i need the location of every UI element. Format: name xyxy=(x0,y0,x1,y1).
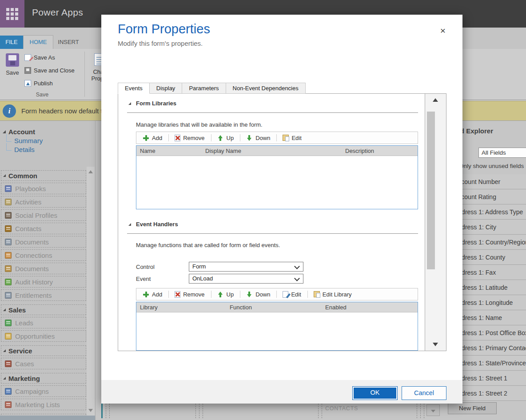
toolbar-button[interactable]: Edit xyxy=(276,132,307,144)
scrollbar-thumb[interactable] xyxy=(427,112,435,269)
save-button-group: Save As Save and Close Publish xyxy=(24,52,82,91)
toolbar-button[interactable]: Add xyxy=(136,288,168,300)
control-select[interactable]: Form xyxy=(189,262,303,272)
toolbar-button-label: Edit xyxy=(291,135,301,141)
waffle-icon[interactable] xyxy=(0,0,24,28)
cancel-button[interactable]: Cancel xyxy=(402,386,446,400)
nav-section-header[interactable]: Common xyxy=(1,170,86,181)
tab-parameters[interactable]: Parameters xyxy=(182,83,226,94)
event-label: Event xyxy=(136,276,151,282)
floppy-disk-icon xyxy=(6,53,19,67)
form-libraries-section-header[interactable]: Form Libraries xyxy=(128,100,176,107)
save-button[interactable]: Save xyxy=(3,52,22,84)
nav-item-label: Social Profiles xyxy=(15,212,57,219)
tree-line xyxy=(6,134,12,142)
canvas-grid-line xyxy=(195,404,196,418)
nav-item-label: Connections xyxy=(15,252,52,259)
nav-section-header[interactable]: Service xyxy=(1,345,86,356)
nav-item-icon xyxy=(5,320,12,326)
app-window: Power Apps FILE HOME INSERT Save Save As… xyxy=(0,0,526,420)
nav-item-icon xyxy=(5,388,12,395)
nav-item[interactable]: Playbooks xyxy=(1,183,86,194)
nav-item[interactable]: Activities xyxy=(1,196,86,208)
canvas-contacts-label: CONTACTS xyxy=(325,405,358,412)
toolbar-button[interactable]: Edit Library xyxy=(307,288,358,300)
toolbar-button[interactable]: Down xyxy=(240,132,276,144)
account-label: Account xyxy=(8,128,35,136)
nav-tree-link[interactable]: Details xyxy=(4,144,43,153)
event-handlers-section-header[interactable]: Event Handlers xyxy=(128,221,178,228)
nav-section: Service Cases xyxy=(1,345,86,369)
tab-events[interactable]: Events xyxy=(118,83,150,94)
scroll-down-icon[interactable] xyxy=(433,343,438,346)
nav-item-label: Activities xyxy=(15,198,41,206)
ribbon-button[interactable]: Save and Close xyxy=(24,65,82,75)
toolbar-button-label: Down xyxy=(255,291,270,298)
table-header-row: Library Function Enabled xyxy=(136,302,418,312)
nav-item[interactable]: Opportunities xyxy=(1,330,86,342)
edit-library-icon xyxy=(283,135,289,141)
nav-item[interactable]: Entitlements xyxy=(1,289,86,301)
nav-item-icon xyxy=(5,239,12,245)
nav-item-icon xyxy=(5,265,12,272)
new-field-button[interactable]: New Field xyxy=(448,402,497,414)
field-filter-select[interactable]: All Fields xyxy=(478,148,526,158)
nav-item-label: Leads xyxy=(15,319,33,327)
nav-section: Common Playbooks Activities xyxy=(1,170,86,301)
tab-home[interactable]: HOME xyxy=(23,35,53,49)
event-handlers-table[interactable]: Library Function Enabled xyxy=(136,302,418,351)
canvas-grid-line xyxy=(106,404,106,418)
nav-item[interactable]: Campaigns xyxy=(1,385,86,397)
ribbon-group-divider xyxy=(84,52,85,97)
toolbar-button[interactable]: Down xyxy=(240,288,276,300)
nav-item[interactable]: Documents xyxy=(1,236,86,248)
toolbar-button-label: Add xyxy=(152,135,162,141)
nav-sections: Common Playbooks Activities xyxy=(0,167,86,416)
ribbon-button[interactable]: Publish xyxy=(24,78,82,88)
nav-item[interactable]: Documents xyxy=(1,263,86,274)
toolbar-button[interactable]: Remove xyxy=(168,288,211,300)
ribbon-group-label: Save xyxy=(18,92,67,98)
control-label: Control xyxy=(136,264,155,270)
toolbar-button[interactable]: Up xyxy=(211,132,240,144)
toolbar-button[interactable]: Up xyxy=(211,288,240,300)
column-enabled: Enabled xyxy=(325,304,418,311)
form-libraries-table[interactable]: Name Display Name Description xyxy=(136,145,418,209)
nav-item-icon xyxy=(5,360,12,367)
nav-item[interactable]: Connections xyxy=(1,249,86,261)
canvas-dropdown-button[interactable] xyxy=(426,404,440,416)
scroll-down-icon[interactable] xyxy=(88,409,93,412)
nav-scrollbar[interactable] xyxy=(87,167,95,416)
toolbar-button-label: Add xyxy=(152,291,162,298)
unused-fields-checkbox-label[interactable]: Only show unused fields xyxy=(459,163,524,169)
collapse-icon xyxy=(128,223,131,226)
nav-item[interactable]: Social Profiles xyxy=(1,209,86,221)
nav-section-header[interactable]: Marketing xyxy=(1,373,86,384)
tab-non-event-dependencies[interactable]: Non-Event Dependencies xyxy=(226,83,306,94)
ribbon-button[interactable]: Save As xyxy=(24,52,82,62)
dialog-scrollbar[interactable] xyxy=(425,94,446,351)
tab-insert[interactable]: INSERT xyxy=(53,36,84,49)
toolbar-button[interactable]: Add xyxy=(136,132,168,144)
canvas-selection-edge xyxy=(101,404,103,418)
scroll-up-icon[interactable] xyxy=(88,170,93,173)
remove-icon xyxy=(175,291,180,298)
nav-item[interactable]: Marketing Lists xyxy=(1,399,86,410)
nav-item[interactable]: Cases xyxy=(1,358,86,369)
nav-item[interactable]: Audit History xyxy=(1,276,86,288)
close-icon[interactable]: × xyxy=(440,26,446,35)
tab-file[interactable]: FILE xyxy=(0,36,23,49)
dialog-subtitle: Modify this form's properties. xyxy=(118,40,203,47)
scroll-up-icon[interactable] xyxy=(433,98,438,102)
nav-section: Sales Leads Opportunities xyxy=(1,304,86,342)
table-header-row: Name Display Name Description xyxy=(136,146,418,156)
column-description: Description xyxy=(345,148,418,154)
nav-item[interactable]: Leads xyxy=(1,317,86,328)
nav-section-header[interactable]: Sales xyxy=(1,304,86,315)
ok-button[interactable]: OK xyxy=(352,386,398,400)
event-select[interactable]: OnLoad xyxy=(189,274,303,284)
tab-display[interactable]: Display xyxy=(150,83,183,94)
toolbar-button[interactable]: Remove xyxy=(168,132,211,144)
toolbar-button[interactable]: Edit xyxy=(276,288,307,300)
nav-item[interactable]: Contacts xyxy=(1,223,86,234)
